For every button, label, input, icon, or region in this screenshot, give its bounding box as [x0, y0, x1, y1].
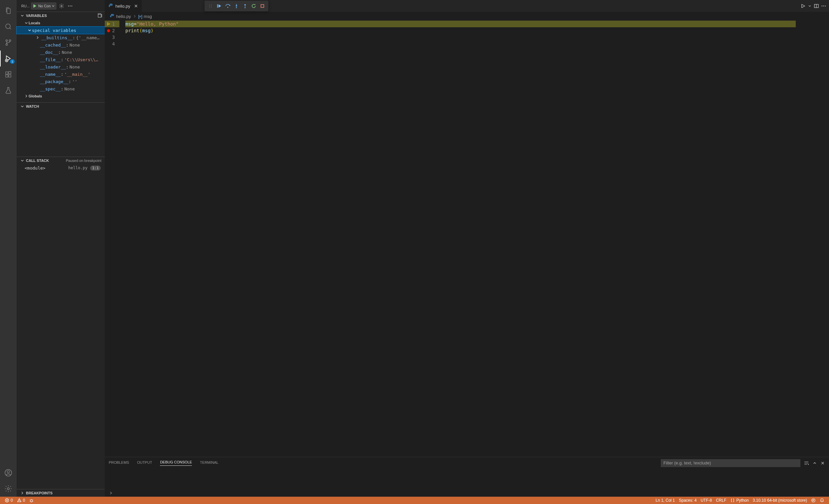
svg-point-25 — [236, 7, 237, 8]
svg-rect-6 — [6, 75, 8, 77]
scope-globals[interactable]: Globals — [16, 93, 105, 100]
svg-point-10 — [7, 471, 10, 473]
debug-toolbar[interactable] — [205, 1, 268, 11]
chevron-down-icon[interactable] — [808, 4, 812, 8]
chevron-down-icon — [20, 158, 25, 163]
step-over-button[interactable] — [224, 2, 232, 10]
chevron-down-icon — [51, 4, 55, 8]
callstack-section-header[interactable]: CALL STACK Paused on breakpoint — [16, 157, 105, 164]
accounts-icon[interactable] — [0, 465, 16, 481]
var-loader[interactable]: __loader__:None — [16, 63, 105, 70]
run-config-dropdown[interactable]: No Con — [31, 2, 57, 10]
svg-point-18 — [210, 6, 210, 6]
stack-frame[interactable]: <module> hello.py 1:1 — [16, 164, 105, 172]
editor-body[interactable]: 1 2 3 4 msg = "Hello, Python" print(msg)… — [105, 21, 829, 457]
minimap[interactable]: ––––––––––––––– — [795, 21, 825, 22]
var-file[interactable]: __file__:'C:\\Users\\… — [16, 56, 105, 63]
more-icon[interactable] — [67, 2, 74, 10]
variables-section-header[interactable]: VARIABLES — [16, 12, 105, 19]
watch-section-header[interactable]: WATCH — [16, 103, 105, 110]
source-control-icon[interactable] — [0, 35, 16, 50]
svg-point-3 — [6, 40, 8, 42]
svg-point-30 — [822, 6, 823, 7]
status-interpreter[interactable]: 3.10.10 64-bit (microsoft store) — [751, 498, 809, 503]
scope-locals[interactable]: Locals — [16, 19, 105, 27]
play-icon — [32, 4, 37, 8]
close-icon[interactable] — [134, 4, 138, 8]
status-spaces[interactable]: Spaces: 4 — [677, 498, 699, 503]
execution-pointer-icon — [106, 22, 110, 26]
extensions-icon[interactable] — [0, 67, 16, 82]
var-builtins[interactable]: __builtins__:{'__name… — [16, 34, 105, 41]
collapse-all-icon[interactable] — [97, 13, 102, 18]
status-bar: 0 0 Ln 1, Col 1 Spaces: 4 UTF-8 CRLF Pyt… — [0, 497, 829, 504]
chevron-down-icon — [24, 21, 29, 25]
tab-terminal[interactable]: TERMINAL — [200, 461, 218, 466]
clear-console-icon[interactable] — [804, 461, 809, 466]
explorer-icon[interactable] — [0, 3, 16, 19]
drag-handle-icon[interactable] — [207, 2, 214, 10]
svg-rect-16 — [98, 14, 101, 17]
chevron-up-icon[interactable] — [813, 461, 817, 465]
svg-point-33 — [111, 14, 111, 14]
special-variables-row[interactable]: special variables — [16, 27, 105, 34]
svg-point-2 — [6, 44, 8, 45]
status-lncol[interactable]: Ln 1, Col 1 — [653, 498, 677, 503]
chevron-right-icon — [132, 14, 137, 19]
status-warnings[interactable]: 0 — [15, 497, 27, 504]
restart-button[interactable] — [250, 2, 258, 10]
status-bell-icon[interactable] — [818, 498, 826, 503]
breadcrumb[interactable]: hello.py [⌀] msg — [105, 12, 829, 21]
status-eol[interactable]: CRLF — [714, 498, 728, 503]
line-gutter: 1 2 3 4 — [112, 21, 125, 457]
status-debug-icon[interactable] — [27, 497, 36, 504]
stop-button[interactable] — [258, 2, 266, 10]
step-out-button[interactable] — [241, 2, 249, 10]
close-panel-icon[interactable] — [820, 461, 825, 465]
search-icon[interactable] — [0, 19, 16, 35]
status-feedback-icon[interactable] — [809, 498, 818, 503]
tab-problems[interactable]: PROBLEMS — [109, 461, 129, 466]
svg-rect-5 — [6, 72, 8, 74]
status-errors[interactable]: 0 — [3, 497, 15, 504]
chevron-right-icon — [20, 491, 25, 495]
breakpoint-icon[interactable] — [107, 29, 110, 32]
settings-gear-icon[interactable] — [0, 481, 16, 497]
editor-area: hello.py hello.py [⌀] msg — [105, 0, 829, 497]
svg-point-1 — [9, 40, 11, 42]
svg-point-14 — [70, 5, 71, 6]
status-encoding[interactable]: UTF-8 — [699, 498, 714, 503]
svg-point-15 — [71, 5, 72, 6]
testing-icon[interactable] — [0, 82, 16, 98]
svg-point-12 — [61, 5, 62, 7]
svg-point-22 — [211, 7, 212, 8]
step-into-button[interactable] — [232, 2, 241, 10]
svg-point-13 — [68, 5, 69, 6]
var-cached[interactable]: __cached__:None — [16, 41, 105, 48]
svg-rect-23 — [217, 4, 218, 8]
chevron-down-icon — [27, 28, 32, 33]
chevron-down-icon — [20, 104, 25, 109]
more-icon[interactable] — [821, 3, 826, 9]
run-debug-icon[interactable]: 1 — [0, 50, 16, 67]
var-doc[interactable]: __doc__:None — [16, 48, 105, 56]
svg-rect-8 — [9, 71, 11, 74]
tab-output[interactable]: OUTPUT — [137, 461, 152, 466]
tab-hello-py[interactable]: hello.py — [105, 0, 142, 12]
run-icon[interactable] — [800, 3, 806, 9]
continue-button[interactable] — [215, 2, 223, 10]
split-editor-icon[interactable] — [814, 3, 819, 9]
tab-debug-console[interactable]: DEBUG CONSOLE — [160, 460, 192, 466]
var-name[interactable]: __name__:'__main__' — [16, 70, 105, 78]
sidebar-title: RU... — [21, 4, 30, 8]
status-language[interactable]: Python — [728, 498, 751, 503]
var-spec[interactable]: __spec__:None — [16, 85, 105, 93]
configure-icon[interactable] — [58, 2, 65, 10]
filter-input[interactable] — [661, 459, 800, 467]
var-package[interactable]: __package__:'' — [16, 78, 105, 85]
svg-point-19 — [210, 7, 210, 8]
variable-symbol-icon: [⌀] — [138, 14, 142, 19]
prompt-icon[interactable] — [109, 491, 113, 495]
breakpoints-section-header[interactable]: BREAKPOINTS — [16, 490, 105, 497]
svg-point-11 — [7, 488, 9, 490]
